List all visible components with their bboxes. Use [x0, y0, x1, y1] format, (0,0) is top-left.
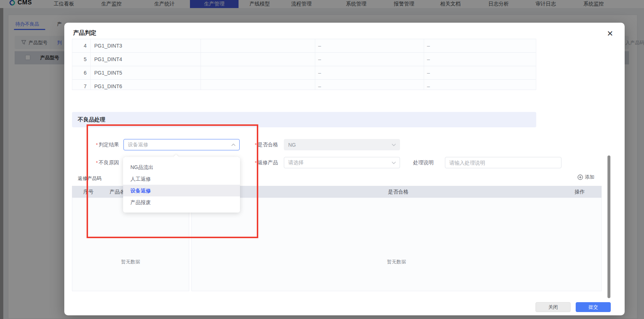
is-qualified-label: * 是否合格 — [237, 139, 278, 150]
cell-value2: – — [424, 80, 536, 90]
chevron-up-icon — [231, 143, 236, 146]
cell-value1: – — [315, 39, 424, 52]
cell-value1: – — [315, 80, 424, 90]
submit-button[interactable]: 提交 — [576, 302, 611, 312]
cell-empty — [201, 66, 315, 79]
table-row: 6 PG1_DINT5 – – — [72, 66, 536, 80]
cell-index: 7 — [72, 80, 91, 90]
handle-note-input[interactable] — [445, 157, 561, 168]
table-row: 5 PG1_DINT4 – – — [72, 53, 536, 66]
judgment-items-table: 4 PG1_DINT3 – – 5 PG1_DINT4 – – 6 PG1_DI… — [72, 39, 536, 90]
cell-empty — [201, 80, 315, 90]
is-qualified-value: NG — [288, 142, 296, 148]
cell-index: 5 — [72, 53, 91, 66]
is-qualified-select-disabled: NG — [284, 139, 400, 150]
circle-plus-icon — [578, 174, 583, 180]
cell-index: 4 — [72, 39, 91, 52]
table-row: 4 PG1_DINT3 – – — [72, 39, 536, 53]
app-root: CMS 工位看板 生产监控 生产统计 生产管理 产线模型 流程管理 系统管理 报… — [0, 0, 644, 319]
dropdown-option-device-repair-selected[interactable]: 设备返修 — [123, 185, 240, 196]
defect-reason-label: * 不良原因 — [78, 157, 119, 168]
defect-handling-section-title: 不良品处理 — [72, 112, 536, 127]
judge-result-select[interactable]: 设备返修 — [123, 139, 240, 150]
product-judgment-modal: 产品判定 ✕ 4 PG1_DINT3 – – 5 PG1_DINT4 – – 6… — [64, 23, 625, 315]
cell-value1: – — [315, 66, 424, 79]
repair-code-label: 返修产品码 — [78, 175, 102, 182]
cell-empty — [201, 39, 315, 52]
close-icon[interactable]: ✕ — [606, 29, 614, 38]
handle-note-label: 处理说明 — [392, 157, 434, 168]
cell-item-name: PG1_DINT5 — [91, 66, 201, 79]
repair-code-table-right-panel: 暂无数据 — [191, 198, 602, 291]
cell-value2: – — [424, 39, 536, 52]
cell-value2: – — [424, 53, 536, 66]
required-asterisk: * — [96, 160, 98, 166]
modal-title: 产品判定 — [73, 29, 96, 37]
cell-value2: – — [424, 66, 536, 79]
repair-product-select[interactable]: 请选择 — [284, 157, 400, 168]
cell-empty — [201, 53, 315, 66]
dropdown-arrow — [174, 154, 179, 160]
repair-product-placeholder: 请选择 — [288, 160, 304, 166]
empty-state-text: 暂无数据 — [192, 259, 601, 265]
cell-item-name: PG1_DINT3 — [91, 39, 201, 52]
header-index: 序号 — [83, 186, 94, 198]
modal-scrollbar-thumb[interactable] — [607, 155, 610, 298]
dropdown-option-scrap[interactable]: 产品报废 — [123, 196, 240, 208]
chevron-down-icon — [392, 143, 396, 146]
judge-result-label: * 判定结果 — [78, 139, 119, 150]
dropdown-option-ng-outflow[interactable]: NG品流出 — [123, 161, 240, 173]
judge-result-dropdown: NG品流出 人工返修 设备返修 产品报废 — [123, 157, 240, 213]
cell-value1: – — [315, 53, 424, 66]
required-asterisk: * — [255, 142, 257, 148]
header-qualified: 是否合格 — [388, 186, 408, 198]
required-asterisk: * — [96, 142, 98, 148]
add-button-label: 添加 — [585, 174, 594, 180]
cell-item-name: PG1_DINT6 — [91, 80, 201, 90]
add-repair-code-button[interactable]: 添加 — [578, 174, 594, 180]
dropdown-option-manual-repair[interactable]: 人工返修 — [123, 173, 240, 185]
required-asterisk: * — [255, 160, 257, 166]
empty-state-text: 暂无数据 — [72, 259, 189, 265]
header-action: 操作 — [575, 186, 585, 198]
table-row: 7 PG1_DINT6 – – — [72, 80, 536, 90]
repair-product-label: * 返修产品 — [237, 157, 278, 168]
close-button[interactable]: 关闭 — [536, 302, 571, 312]
cell-item-name: PG1_DINT4 — [91, 53, 201, 66]
cell-index: 6 — [72, 66, 91, 79]
judge-result-value: 设备返修 — [128, 142, 148, 148]
